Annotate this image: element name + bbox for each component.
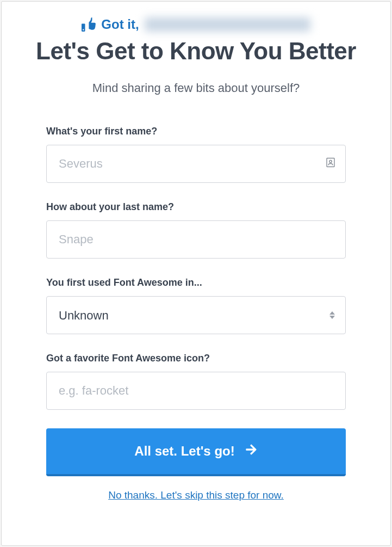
page-subtitle: Mind sharing a few bits about yourself? [11,81,381,95]
last-name-input[interactable] [46,220,346,259]
obscured-email [145,17,310,32]
first-name-label: What's your first name? [46,126,346,137]
favorite-icon-input[interactable] [46,372,346,410]
profile-form: What's your first name? How about your l… [11,126,381,501]
first-used-select[interactable]: Unknown [46,296,346,334]
first-used-group: You first used Font Awesome in... Unknow… [46,277,346,334]
favorite-icon-group: Got a favorite Font Awesome icon? [46,353,346,410]
page-title: Let's Get to Know You Better [11,38,381,65]
first-name-group: What's your first name? [46,126,346,183]
onboarding-card: Got it, Let's Get to Know You Better Min… [1,1,391,546]
confirmation-line: Got it, [11,17,381,32]
favorite-icon-label: Got a favorite Font Awesome icon? [46,353,346,364]
arrow-right-icon [245,444,258,459]
thumbs-up-icon [82,17,96,32]
last-name-label: How about your last name? [46,201,346,213]
confirmation-text: Got it, [101,17,139,32]
first-used-label: You first used Font Awesome in... [46,277,346,288]
submit-button[interactable]: All set. Let's go! [46,428,346,476]
skip-link[interactable]: No thanks. Let's skip this step for now. [46,489,346,501]
submit-button-label: All set. Let's go! [134,444,234,459]
first-name-input-wrapper [46,145,346,183]
first-name-input[interactable] [46,145,346,183]
last-name-group: How about your last name? [46,201,346,259]
first-used-select-wrapper: Unknown [46,296,346,334]
